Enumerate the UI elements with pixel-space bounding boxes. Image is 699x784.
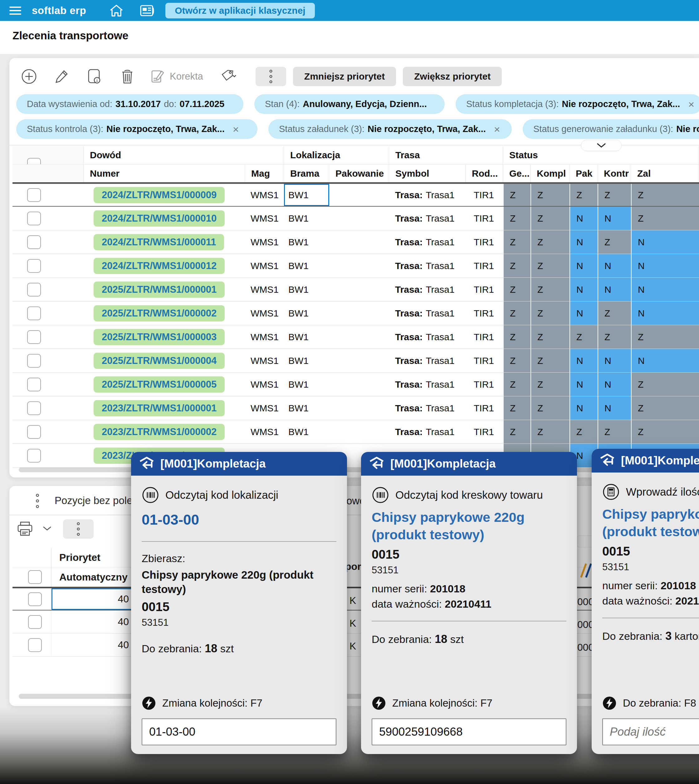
- print-options-chevron[interactable]: [42, 526, 52, 532]
- row-checkbox[interactable]: [27, 425, 41, 439]
- document-number-link[interactable]: 2023/ZLTR/WMS1/000001: [94, 400, 225, 416]
- back-home-icon[interactable]: [600, 454, 615, 468]
- brama-cell[interactable]: BW1: [284, 373, 329, 396]
- status-cell: Z: [503, 254, 530, 277]
- column-header[interactable]: Brama: [284, 164, 329, 182]
- table-row[interactable]: 2024/ZLTR/WMS1/000011WMS1BW1Trasa:Trasa1…: [12, 230, 699, 254]
- column-header[interactable]: Pak: [570, 164, 598, 182]
- row-checkbox[interactable]: [28, 592, 42, 606]
- row-checkbox[interactable]: [27, 449, 41, 462]
- document-number-link[interactable]: 2024/ZLTR/WMS1/000009: [94, 187, 225, 203]
- table-row[interactable]: 2025/ZLTR/WMS1/000003WMS1BW1Trasa:Trasa1…: [12, 325, 699, 349]
- select-all-checkbox[interactable]: [27, 158, 41, 164]
- home-icon[interactable]: [109, 4, 124, 17]
- filter-chip[interactable]: Status załadunek (3):Nie rozpoczęto, Trw…: [268, 119, 512, 139]
- back-home-icon[interactable]: [139, 457, 154, 471]
- filter-chip[interactable]: Data wystawienia od:31.10.2017do:07.11.2…: [16, 94, 243, 114]
- document-number-link[interactable]: 2024/ZLTR/WMS1/000010: [94, 211, 225, 227]
- lower-column-header[interactable]: Automatyczny: [51, 567, 141, 587]
- korekta-button[interactable]: Korekta: [144, 69, 210, 84]
- location-scan-input[interactable]: [142, 718, 336, 745]
- table-row[interactable]: 2025/ZLTR/WMS1/000005WMS1BW1Trasa:Trasa1…: [12, 373, 699, 396]
- lower-select-all-checkbox[interactable]: [28, 570, 42, 584]
- more-actions-button[interactable]: [255, 67, 286, 86]
- table-row[interactable]: 2024/ZLTR/WMS1/000010WMS1BW1Trasa:Trasa1…: [12, 207, 699, 230]
- table-row[interactable]: 2024/ZLTR/WMS1/000009WMS1BW1Trasa:Trasa1…: [12, 183, 699, 207]
- row-checkbox[interactable]: [28, 638, 42, 652]
- quantity-input[interactable]: [602, 718, 699, 745]
- barcode-scan-input[interactable]: [372, 718, 566, 745]
- column-header[interactable]: Kompl: [530, 164, 570, 182]
- brama-cell[interactable]: BW1: [284, 396, 329, 420]
- document-number-link[interactable]: 2023/ZLTR/WMS1/000002: [94, 424, 225, 440]
- table-row[interactable]: 2025/ZLTR/WMS1/000004WMS1BW1Trasa:Trasa1…: [12, 349, 699, 373]
- close-icon[interactable]: ×: [688, 99, 694, 109]
- column-header[interactable]: Symbol: [389, 164, 465, 182]
- column-header[interactable]: Rod...: [465, 164, 503, 182]
- table-row[interactable]: 2025/ZLTR/WMS1/000002WMS1BW1Trasa:Trasa1…: [12, 302, 699, 325]
- filter-chip[interactable]: Status kompletacja (3):Nie rozpoczęto, T…: [456, 94, 699, 114]
- lower-more-actions-button[interactable]: [63, 519, 94, 539]
- document-number-link[interactable]: 2025/ZLTR/WMS1/000001: [94, 282, 225, 298]
- table-row[interactable]: 2025/ZLTR/WMS1/000001WMS1BW1Trasa:Trasa1…: [12, 278, 699, 302]
- brama-cell[interactable]: BW1: [284, 325, 329, 349]
- row-checkbox[interactable]: [27, 354, 41, 368]
- brama-cell[interactable]: BW1: [284, 254, 329, 277]
- row-checkbox[interactable]: [27, 235, 41, 249]
- delete-button[interactable]: [111, 68, 144, 85]
- column-header[interactable]: Ge...: [503, 164, 530, 182]
- filter-chip[interactable]: Stan (4):Anulowany, Edycja, Dzienn...: [254, 94, 445, 114]
- priority-cell[interactable]: 40: [51, 633, 133, 656]
- priority-cell[interactable]: 40: [51, 588, 133, 610]
- document-number-link[interactable]: 2025/ZLTR/WMS1/000005: [94, 376, 225, 393]
- filters-expander-button[interactable]: [581, 140, 621, 151]
- row-checkbox[interactable]: [27, 307, 41, 320]
- row-checkbox[interactable]: [28, 615, 42, 629]
- column-header[interactable]: Kontr: [598, 164, 631, 182]
- news-card-icon[interactable]: [140, 4, 155, 17]
- document-number-link[interactable]: 2025/ZLTR/WMS1/000003: [94, 329, 225, 345]
- lower-kebab-icon[interactable]: [36, 494, 39, 510]
- column-header[interactable]: Numer: [84, 164, 245, 182]
- decrease-priority-button[interactable]: Zmniejsz priorytet: [293, 67, 396, 86]
- document-number-link[interactable]: 2025/ZLTR/WMS1/000002: [94, 305, 225, 322]
- edit-button[interactable]: [45, 69, 78, 84]
- row-checkbox[interactable]: [27, 401, 41, 415]
- row-checkbox[interactable]: [27, 259, 41, 273]
- tags-button[interactable]: [210, 69, 247, 84]
- open-classic-app-button[interactable]: Otwórz w aplikacji klasycznej: [166, 3, 315, 18]
- table-row[interactable]: 2023/ZLTR/WMS1/000002WMS1BW1Trasa:Trasa1…: [12, 420, 699, 444]
- row-checkbox[interactable]: [27, 283, 41, 297]
- filter-chip[interactable]: Status kontrola (3):Nie rozpoczęto, Trwa…: [16, 119, 257, 139]
- brama-cell[interactable]: BW1: [284, 278, 329, 301]
- row-checkbox[interactable]: [27, 330, 41, 344]
- row-checkbox[interactable]: [27, 378, 41, 391]
- main-table-horizontal-scrollbar[interactable]: [19, 467, 680, 472]
- brama-cell[interactable]: BW1: [284, 184, 329, 206]
- row-checkbox[interactable]: [27, 188, 41, 202]
- document-number-link[interactable]: 2024/ZLTR/WMS1/000012: [94, 258, 225, 274]
- column-header[interactable]: Mag: [245, 164, 284, 182]
- hamburger-menu-icon[interactable]: [9, 6, 21, 15]
- brama-cell[interactable]: BW1: [284, 302, 329, 325]
- close-icon[interactable]: ×: [494, 124, 500, 134]
- table-row[interactable]: 2023/ZLTR/WMS1/000001WMS1BW1Trasa:Trasa1…: [12, 396, 699, 420]
- row-checkbox[interactable]: [27, 212, 41, 225]
- document-number-link[interactable]: 2025/ZLTR/WMS1/000004: [94, 353, 225, 369]
- back-home-icon[interactable]: [369, 457, 384, 471]
- document-details-button[interactable]: [78, 68, 111, 85]
- close-icon[interactable]: ×: [233, 124, 239, 134]
- table-row[interactable]: 2024/ZLTR/WMS1/000012WMS1BW1Trasa:Trasa1…: [12, 254, 699, 278]
- brama-cell[interactable]: BW1: [284, 420, 329, 444]
- increase-priority-button[interactable]: Zwiększ priorytet: [403, 67, 502, 86]
- brama-cell[interactable]: BW1: [284, 349, 329, 372]
- column-header[interactable]: Pakowanie: [329, 164, 389, 182]
- add-button[interactable]: [12, 68, 45, 85]
- brama-cell[interactable]: BW1: [284, 230, 329, 254]
- column-header[interactable]: Zal: [631, 164, 699, 182]
- document-number-link[interactable]: 2024/ZLTR/WMS1/000011: [94, 234, 224, 250]
- filter-chip[interactable]: Status generowanie załadunku (3):Nie ro: [523, 119, 699, 139]
- print-button[interactable]: [9, 520, 41, 537]
- brama-cell[interactable]: BW1: [284, 207, 329, 230]
- priority-cell[interactable]: 40: [51, 610, 133, 633]
